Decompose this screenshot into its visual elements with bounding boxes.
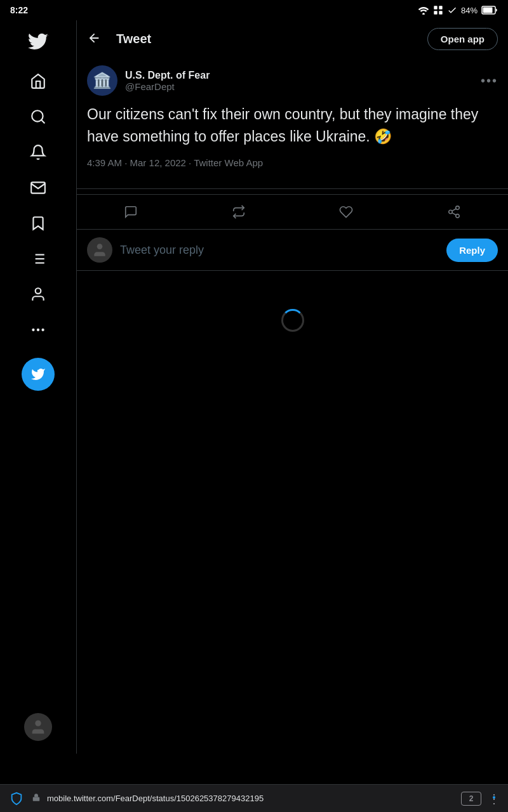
more-options-button[interactable]: •••: [481, 74, 498, 88]
sidebar: [0, 20, 76, 754]
svg-point-0: [422, 13, 425, 15]
tweet-header: Tweet Open app: [77, 20, 508, 58]
loading-spinner: [281, 309, 304, 332]
browser-bar: mobile.twitter.com/FearDept/status/15026…: [0, 784, 508, 812]
sidebar-item-lists[interactable]: [23, 244, 53, 274]
reply-input[interactable]: Tweet your reply: [120, 244, 439, 257]
heart-icon: [339, 205, 353, 219]
status-time: 8:22: [10, 5, 28, 15]
battery-text: 84%: [461, 6, 478, 15]
author-avatar[interactable]: 🏛️: [87, 65, 117, 96]
svg-point-18: [41, 329, 44, 331]
retweet-icon: [232, 205, 246, 219]
tweet-text: Our citizens can't fix their own country…: [87, 103, 498, 147]
svg-line-26: [452, 209, 456, 211]
comment-button[interactable]: [114, 200, 148, 224]
svg-rect-3: [434, 11, 437, 14]
browser-notification-dot: [493, 796, 495, 799]
tweet-author-info: 🏛️ U.S. Dept. of Fear @FearDept: [87, 65, 210, 96]
sidebar-item-profile[interactable]: [23, 279, 53, 310]
status-icons: 84%: [418, 5, 498, 15]
svg-rect-4: [439, 11, 442, 14]
svg-point-24: [456, 214, 460, 218]
open-app-button[interactable]: Open app: [427, 28, 498, 50]
browser-more-container: ⋮: [488, 791, 500, 806]
app-container: Tweet Open app 🏛️ U.S. Dept. of Fear @Fe…: [0, 20, 508, 754]
action-row: [77, 194, 508, 230]
tweet-author-row: 🏛️ U.S. Dept. of Fear @FearDept •••: [87, 65, 498, 96]
svg-rect-1: [434, 6, 437, 9]
main-content: Tweet Open app 🏛️ U.S. Dept. of Fear @Fe…: [76, 20, 508, 754]
svg-rect-6: [483, 8, 493, 13]
header-left: Tweet: [87, 31, 151, 48]
user-avatar[interactable]: [24, 713, 52, 741]
loading-area: [77, 271, 508, 754]
svg-point-23: [449, 210, 453, 214]
battery-icon: [481, 6, 498, 15]
like-button[interactable]: [329, 200, 363, 224]
status-bar: 8:22 84%: [0, 0, 508, 20]
reply-avatar: [87, 237, 112, 263]
retweet-button[interactable]: [222, 200, 256, 224]
svg-point-17: [37, 329, 39, 331]
tweet-body: 🏛️ U.S. Dept. of Fear @FearDept ••• Our …: [77, 58, 508, 183]
reply-row: Tweet your reply Reply: [77, 230, 508, 271]
privacy-shield-icon[interactable]: [8, 790, 25, 808]
sidebar-item-notifications[interactable]: [23, 137, 53, 167]
reply-button[interactable]: Reply: [446, 239, 498, 262]
author-name: U.S. Dept. of Fear: [125, 70, 210, 81]
sidebar-item-search[interactable]: [23, 102, 53, 132]
sidebar-item-more[interactable]: [23, 315, 53, 345]
svg-point-22: [456, 206, 460, 210]
sidebar-item-bookmarks[interactable]: [23, 208, 53, 239]
tweet-timestamp: 4:39 AM · Mar 12, 2022 · Twitter Web App: [87, 157, 498, 168]
svg-point-27: [97, 244, 103, 249]
share-button[interactable]: [437, 200, 471, 224]
svg-point-16: [32, 329, 34, 331]
author-handle: @FearDept: [125, 81, 210, 92]
browser-url[interactable]: mobile.twitter.com/FearDept/status/15026…: [47, 794, 455, 803]
svg-point-15: [36, 288, 41, 294]
svg-rect-28: [33, 797, 40, 801]
svg-line-8: [41, 120, 44, 123]
comment-icon: [124, 205, 138, 219]
divider-top: [77, 188, 508, 189]
sidebar-item-messages[interactable]: [23, 173, 53, 203]
browser-more-button[interactable]: ⋮: [488, 791, 500, 806]
check-icon: [447, 5, 457, 15]
gallery-icon: [433, 5, 443, 15]
page-title: Tweet: [116, 32, 151, 46]
twitter-logo[interactable]: [24, 28, 52, 56]
share-icon: [447, 205, 461, 219]
back-button[interactable]: [87, 31, 101, 48]
svg-rect-2: [439, 6, 442, 9]
sidebar-item-home[interactable]: [23, 66, 53, 96]
lock-icon: [32, 793, 41, 804]
svg-point-21: [35, 721, 41, 726]
author-details: U.S. Dept. of Fear @FearDept: [125, 70, 210, 92]
browser-tabs-count[interactable]: 2: [461, 792, 481, 806]
wifi-icon: [418, 6, 429, 15]
svg-line-25: [452, 213, 456, 215]
compose-button[interactable]: [22, 358, 55, 391]
